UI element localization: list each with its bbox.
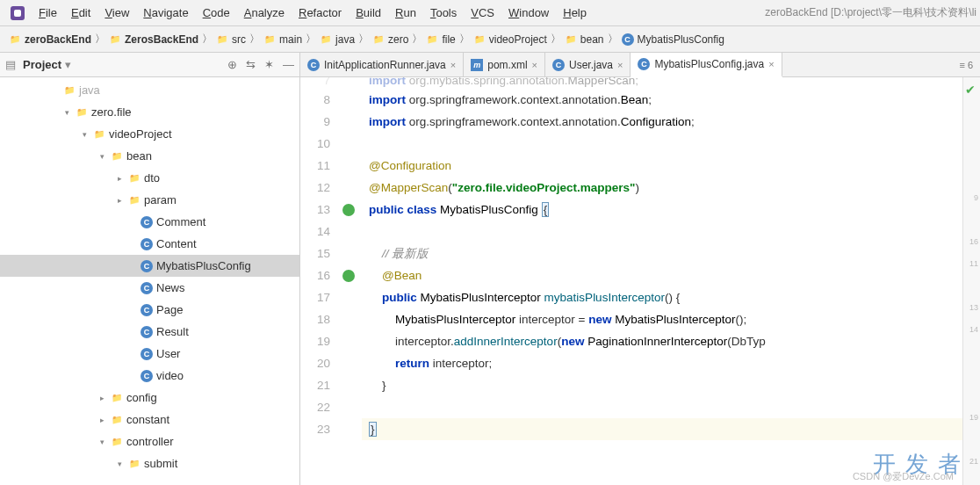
- status-ok-icon: ✔: [965, 79, 976, 101]
- tab-overflow[interactable]: ≡ 6: [952, 53, 980, 76]
- project-selector-icon[interactable]: ▤: [5, 58, 16, 71]
- locate-icon[interactable]: ⊕: [227, 58, 237, 71]
- window-title-path: zeroBackEnd [D:\project\零一电科\技术资料\li: [765, 5, 976, 20]
- crumb-file[interactable]: 📁file: [422, 32, 458, 47]
- menu-window[interactable]: Window: [501, 3, 556, 23]
- tree-bean[interactable]: ▾📁bean: [0, 145, 299, 167]
- crumb-java[interactable]: 📁java: [316, 32, 358, 47]
- menu-vcs[interactable]: VCS: [464, 3, 501, 23]
- close-icon[interactable]: ×: [532, 60, 537, 70]
- minimap-gutter[interactable]: ✔ 9161113141921: [962, 77, 980, 485]
- menu-analyze[interactable]: Analyze: [237, 3, 292, 23]
- crumb-bean[interactable]: 📁bean: [561, 32, 608, 47]
- crumb-ZerosBackEnd[interactable]: 📁ZerosBackEnd: [105, 32, 202, 47]
- run-gutter-icon[interactable]: [342, 204, 355, 216]
- app-icon: [11, 6, 25, 20]
- sidebar-title: Project: [23, 58, 61, 71]
- tree-java[interactable]: 📁java: [0, 79, 299, 101]
- crumb-MybatisPlusConfig[interactable]: CMybatisPlusConfig: [618, 32, 728, 47]
- marker-gutter: [335, 77, 362, 485]
- menu-help[interactable]: Help: [556, 3, 594, 23]
- tree-User[interactable]: CUser: [0, 343, 299, 365]
- tree-News[interactable]: CNews: [0, 277, 299, 299]
- menu-edit[interactable]: Edit: [64, 3, 97, 23]
- project-tree[interactable]: 📁java▾📁zero.file▾📁videoProject▾📁bean▸📁dt…: [0, 77, 299, 485]
- expand-icon[interactable]: ⇆: [246, 58, 256, 71]
- tree-dto[interactable]: ▸📁dto: [0, 167, 299, 189]
- menu-view[interactable]: View: [97, 3, 136, 23]
- crumb-zero[interactable]: 📁zero: [369, 32, 412, 47]
- tree-submit[interactable]: ▾📁submit: [0, 452, 299, 474]
- run-gutter-icon[interactable]: [342, 270, 355, 282]
- menu-bar: FileEditViewNavigateCodeAnalyzeRefactorB…: [0, 0, 980, 26]
- tree-param[interactable]: ▸📁param: [0, 189, 299, 211]
- tree-video[interactable]: Cvideo: [0, 365, 299, 387]
- tree-Page[interactable]: CPage: [0, 299, 299, 321]
- tree-videoProject[interactable]: ▾📁videoProject: [0, 123, 299, 145]
- code-area[interactable]: 7891011121314151617181920212223 import o…: [300, 77, 980, 485]
- tab-InitApplicationRunner.java[interactable]: CInitApplicationRunner.java×: [300, 53, 464, 76]
- breadcrumb: 📁zeroBackEnd〉📁ZerosBackEnd〉📁src〉📁main〉📁j…: [0, 26, 980, 53]
- crumb-main[interactable]: 📁main: [260, 32, 306, 47]
- menu-run[interactable]: Run: [388, 3, 423, 23]
- menu-tools[interactable]: Tools: [423, 3, 464, 23]
- sidebar-header: ▤ Project ▾ ⊕ ⇆ ✶ —: [0, 53, 299, 77]
- tab-pom.xml[interactable]: mpom.xml×: [464, 53, 545, 76]
- close-icon[interactable]: ×: [768, 59, 774, 69]
- crumb-videoProject[interactable]: 📁videoProject: [470, 32, 551, 47]
- code-editor[interactable]: import org.mybatis.spring.annotation.Map…: [362, 77, 962, 485]
- tree-Comment[interactable]: CComment: [0, 211, 299, 233]
- tab-User.java[interactable]: CUser.java×: [545, 53, 631, 76]
- crumb-zeroBackEnd[interactable]: 📁zeroBackEnd: [5, 32, 95, 47]
- tree-Result[interactable]: CResult: [0, 321, 299, 343]
- tab-MybatisPlusConfig.java[interactable]: CMybatisPlusConfig.java×: [631, 53, 782, 77]
- tree-config[interactable]: ▸📁config: [0, 387, 299, 409]
- editor-tabs: CInitApplicationRunner.java×mpom.xml×CUs…: [300, 53, 980, 77]
- close-icon[interactable]: ×: [450, 60, 456, 70]
- crumb-src[interactable]: 📁src: [213, 32, 249, 47]
- line-number-gutter: 7891011121314151617181920212223: [300, 77, 335, 485]
- menu-code[interactable]: Code: [196, 3, 237, 23]
- tree-Content[interactable]: CContent: [0, 233, 299, 255]
- tree-controller[interactable]: ▾📁controller: [0, 431, 299, 452]
- menu-refactor[interactable]: Refactor: [292, 3, 349, 23]
- settings-icon[interactable]: ✶: [264, 58, 274, 71]
- hide-icon[interactable]: —: [283, 58, 294, 71]
- editor-pane: CInitApplicationRunner.java×mpom.xml×CUs…: [300, 53, 980, 485]
- tree-constant[interactable]: ▸📁constant: [0, 409, 299, 431]
- menu-build[interactable]: Build: [349, 3, 388, 23]
- menu-file[interactable]: File: [32, 3, 64, 23]
- close-icon[interactable]: ×: [617, 60, 623, 70]
- tree-MybatisPlusConfig[interactable]: CMybatisPlusConfig: [0, 255, 299, 277]
- menu-navigate[interactable]: Navigate: [136, 3, 195, 23]
- project-sidebar: ▤ Project ▾ ⊕ ⇆ ✶ — 📁java▾📁zero.file▾📁vi…: [0, 53, 300, 485]
- tree-zero.file[interactable]: ▾📁zero.file: [0, 101, 299, 123]
